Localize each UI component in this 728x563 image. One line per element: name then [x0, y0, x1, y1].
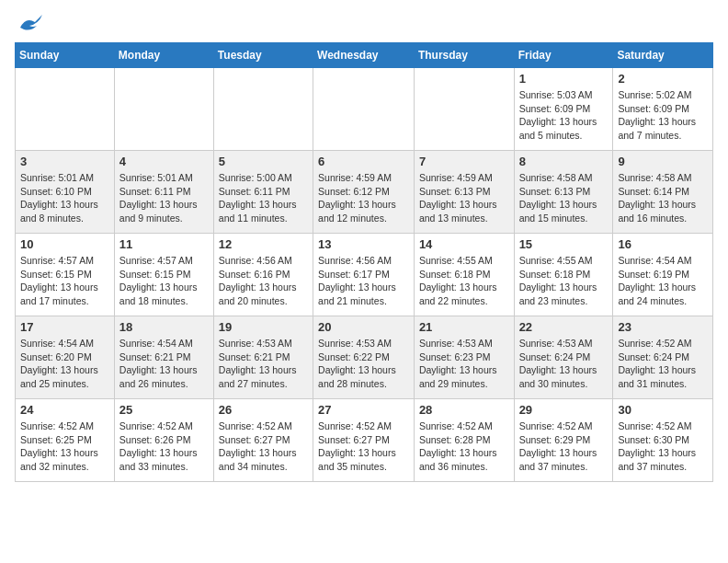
day-number: 21 [419, 320, 509, 334]
day-info: Sunrise: 4:52 AM Sunset: 6:24 PM Dayligh… [618, 337, 708, 391]
day-number: 4 [119, 155, 209, 168]
day-info: Sunrise: 4:54 AM Sunset: 6:19 PM Dayligh… [618, 254, 708, 308]
day-info: Sunrise: 4:54 AM Sunset: 6:20 PM Dayligh… [20, 337, 109, 391]
calendar-cell: 15Sunrise: 4:55 AM Sunset: 6:18 PM Dayli… [514, 234, 613, 316]
day-number: 11 [119, 237, 209, 251]
day-number: 9 [618, 155, 708, 168]
calendar-cell: 30Sunrise: 4:52 AM Sunset: 6:30 PM Dayli… [613, 399, 713, 482]
day-info: Sunrise: 4:58 AM Sunset: 6:14 PM Dayligh… [618, 171, 708, 225]
calendar-cell: 24Sunrise: 4:52 AM Sunset: 6:25 PM Dayli… [16, 399, 115, 482]
day-number: 13 [318, 237, 409, 251]
day-info: Sunrise: 4:59 AM Sunset: 6:12 PM Dayligh… [318, 171, 409, 225]
weekday-header: Sunday [16, 43, 115, 68]
day-number: 27 [318, 403, 409, 417]
logo [15, 15, 42, 31]
calendar-cell: 18Sunrise: 4:54 AM Sunset: 6:21 PM Dayli… [114, 316, 213, 399]
calendar-cell: 8Sunrise: 4:58 AM Sunset: 6:13 PM Daylig… [514, 151, 613, 234]
calendar-cell: 20Sunrise: 4:53 AM Sunset: 6:22 PM Dayli… [313, 316, 415, 399]
calendar-cell [213, 68, 313, 151]
day-info: Sunrise: 4:52 AM Sunset: 6:27 PM Dayligh… [219, 419, 308, 474]
weekday-header: Monday [114, 43, 213, 68]
calendar-cell: 29Sunrise: 4:52 AM Sunset: 6:29 PM Dayli… [514, 399, 613, 482]
day-info: Sunrise: 5:03 AM Sunset: 6:09 PM Dayligh… [519, 88, 609, 143]
calendar-cell: 16Sunrise: 4:54 AM Sunset: 6:19 PM Dayli… [613, 234, 713, 316]
day-number: 30 [618, 403, 708, 417]
calendar-week-row: 3Sunrise: 5:01 AM Sunset: 6:10 PM Daylig… [16, 151, 713, 234]
day-info: Sunrise: 4:53 AM Sunset: 6:22 PM Dayligh… [318, 337, 409, 391]
day-info: Sunrise: 4:52 AM Sunset: 6:30 PM Dayligh… [618, 419, 708, 474]
day-info: Sunrise: 4:52 AM Sunset: 6:29 PM Dayligh… [519, 419, 609, 474]
calendar-cell [114, 68, 213, 151]
calendar-cell: 22Sunrise: 4:53 AM Sunset: 6:24 PM Dayli… [514, 316, 613, 399]
day-info: Sunrise: 4:52 AM Sunset: 6:27 PM Dayligh… [318, 419, 409, 474]
calendar-cell: 3Sunrise: 5:01 AM Sunset: 6:10 PM Daylig… [16, 151, 115, 234]
day-number: 24 [20, 403, 109, 417]
calendar-cell: 2Sunrise: 5:02 AM Sunset: 6:09 PM Daylig… [613, 68, 713, 151]
day-number: 22 [519, 320, 609, 334]
calendar-cell: 14Sunrise: 4:55 AM Sunset: 6:18 PM Dayli… [414, 234, 514, 316]
calendar-cell [16, 68, 115, 151]
day-number: 2 [618, 72, 708, 86]
day-number: 3 [20, 155, 109, 168]
calendar-cell: 19Sunrise: 4:53 AM Sunset: 6:21 PM Dayli… [213, 316, 313, 399]
calendar-week-row: 1Sunrise: 5:03 AM Sunset: 6:09 PM Daylig… [16, 68, 713, 151]
day-info: Sunrise: 5:01 AM Sunset: 6:11 PM Dayligh… [119, 171, 209, 225]
logo-bird-icon [17, 15, 42, 35]
calendar-cell: 9Sunrise: 4:58 AM Sunset: 6:14 PM Daylig… [613, 151, 713, 234]
day-info: Sunrise: 5:00 AM Sunset: 6:11 PM Dayligh… [219, 171, 308, 225]
calendar-cell [313, 68, 415, 151]
day-number: 6 [318, 155, 409, 168]
day-info: Sunrise: 4:55 AM Sunset: 6:18 PM Dayligh… [419, 254, 509, 308]
day-number: 10 [20, 237, 109, 251]
calendar-cell: 4Sunrise: 5:01 AM Sunset: 6:11 PM Daylig… [114, 151, 213, 234]
day-info: Sunrise: 4:56 AM Sunset: 6:16 PM Dayligh… [219, 254, 308, 308]
day-number: 28 [419, 403, 509, 417]
calendar-cell: 10Sunrise: 4:57 AM Sunset: 6:15 PM Dayli… [16, 234, 115, 316]
calendar-cell: 7Sunrise: 4:59 AM Sunset: 6:13 PM Daylig… [414, 151, 514, 234]
day-info: Sunrise: 4:52 AM Sunset: 6:26 PM Dayligh… [119, 419, 209, 474]
weekday-header: Saturday [613, 43, 713, 68]
day-number: 25 [119, 403, 209, 417]
calendar-cell: 17Sunrise: 4:54 AM Sunset: 6:20 PM Dayli… [16, 316, 115, 399]
calendar-table: SundayMondayTuesdayWednesdayThursdayFrid… [15, 42, 713, 482]
calendar-cell: 1Sunrise: 5:03 AM Sunset: 6:09 PM Daylig… [514, 68, 613, 151]
day-number: 17 [20, 320, 109, 334]
day-info: Sunrise: 4:53 AM Sunset: 6:23 PM Dayligh… [419, 337, 509, 391]
day-info: Sunrise: 4:58 AM Sunset: 6:13 PM Dayligh… [519, 171, 609, 225]
day-number: 12 [219, 237, 308, 251]
day-number: 23 [618, 320, 708, 334]
day-number: 26 [219, 403, 308, 417]
calendar-week-row: 24Sunrise: 4:52 AM Sunset: 6:25 PM Dayli… [16, 399, 713, 482]
calendar-cell: 28Sunrise: 4:52 AM Sunset: 6:28 PM Dayli… [414, 399, 514, 482]
day-number: 19 [219, 320, 308, 334]
day-number: 15 [519, 237, 609, 251]
calendar-cell: 6Sunrise: 4:59 AM Sunset: 6:12 PM Daylig… [313, 151, 415, 234]
calendar-cell: 13Sunrise: 4:56 AM Sunset: 6:17 PM Dayli… [313, 234, 415, 316]
weekday-header: Thursday [414, 43, 514, 68]
page-header [15, 15, 713, 31]
day-number: 7 [419, 155, 509, 168]
day-number: 18 [119, 320, 209, 334]
calendar-cell [414, 68, 514, 151]
calendar-cell: 26Sunrise: 4:52 AM Sunset: 6:27 PM Dayli… [213, 399, 313, 482]
day-info: Sunrise: 4:53 AM Sunset: 6:21 PM Dayligh… [219, 337, 308, 391]
day-info: Sunrise: 4:52 AM Sunset: 6:28 PM Dayligh… [419, 419, 509, 474]
day-info: Sunrise: 5:02 AM Sunset: 6:09 PM Dayligh… [618, 88, 708, 143]
calendar-cell: 27Sunrise: 4:52 AM Sunset: 6:27 PM Dayli… [313, 399, 415, 482]
calendar-cell: 21Sunrise: 4:53 AM Sunset: 6:23 PM Dayli… [414, 316, 514, 399]
day-number: 5 [219, 155, 308, 168]
weekday-header: Wednesday [313, 43, 415, 68]
day-info: Sunrise: 4:53 AM Sunset: 6:24 PM Dayligh… [519, 337, 609, 391]
calendar-week-row: 17Sunrise: 4:54 AM Sunset: 6:20 PM Dayli… [16, 316, 713, 399]
calendar-cell: 12Sunrise: 4:56 AM Sunset: 6:16 PM Dayli… [213, 234, 313, 316]
weekday-header: Tuesday [213, 43, 313, 68]
day-info: Sunrise: 4:54 AM Sunset: 6:21 PM Dayligh… [119, 337, 209, 391]
day-number: 1 [519, 72, 609, 86]
day-number: 8 [519, 155, 609, 168]
day-info: Sunrise: 5:01 AM Sunset: 6:10 PM Dayligh… [20, 171, 109, 225]
day-info: Sunrise: 4:57 AM Sunset: 6:15 PM Dayligh… [119, 254, 209, 308]
day-number: 20 [318, 320, 409, 334]
calendar-cell: 25Sunrise: 4:52 AM Sunset: 6:26 PM Dayli… [114, 399, 213, 482]
day-info: Sunrise: 4:56 AM Sunset: 6:17 PM Dayligh… [318, 254, 409, 308]
day-number: 16 [618, 237, 708, 251]
